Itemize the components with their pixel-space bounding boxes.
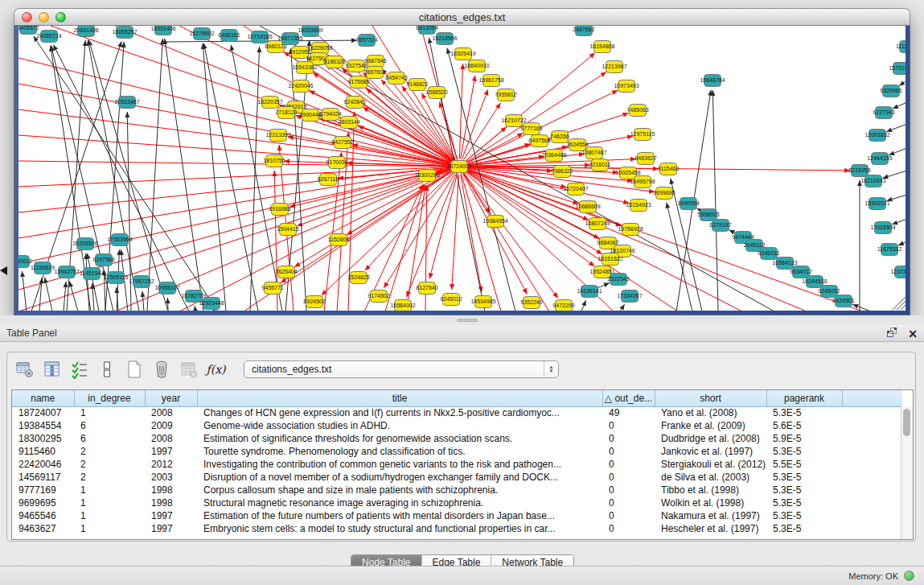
graph-node[interactable]: 7485063 bbox=[626, 105, 648, 117]
graph-edge[interactable] bbox=[18, 109, 459, 167]
graph-edge[interactable] bbox=[882, 171, 906, 178]
graph-node[interactable]: 16961758 bbox=[478, 75, 503, 87]
graph-node[interactable]: 20206526 bbox=[72, 238, 97, 250]
graph-node[interactable]: 16648784 bbox=[700, 75, 725, 87]
graph-node[interactable]: 16055257 bbox=[112, 27, 137, 39]
graph-node[interactable]: 9227343 bbox=[873, 107, 894, 119]
graph-edge[interactable] bbox=[459, 64, 462, 159]
graph-edge[interactable] bbox=[18, 167, 459, 187]
graph-node[interactable]: 6466161 bbox=[218, 30, 240, 42]
graph-node[interactable]: 9699695 bbox=[653, 187, 675, 200]
graph-node[interactable]: 8186328 bbox=[323, 56, 345, 68]
graph-node[interactable]: 9174502 bbox=[368, 290, 389, 303]
graph-node[interactable]: 9245031 bbox=[758, 248, 779, 260]
graph-node[interactable]: 18640910 bbox=[464, 60, 489, 72]
table-scrollbar-thumb[interactable] bbox=[903, 409, 910, 436]
graph-edge[interactable] bbox=[372, 26, 459, 167]
graph-node[interactable]: 8127540 bbox=[416, 282, 437, 295]
graph-node[interactable]: 8924502 bbox=[303, 296, 325, 308]
graph-node[interactable]: 1152608 bbox=[328, 234, 350, 246]
table-scrollbar[interactable] bbox=[901, 406, 913, 539]
graph-edge[interactable] bbox=[18, 84, 459, 167]
resize-grip[interactable] bbox=[897, 301, 906, 310]
splitter-handle[interactable] bbox=[457, 319, 478, 322]
graph-edge[interactable] bbox=[18, 167, 459, 238]
row-height-icon[interactable] bbox=[96, 358, 117, 380]
panel-splitter[interactable] bbox=[0, 315, 924, 325]
create-column-icon[interactable] bbox=[123, 358, 145, 380]
column-header-short[interactable]: short bbox=[655, 390, 766, 406]
graph-node[interactable]: 16154808 bbox=[589, 41, 614, 53]
graph-node[interactable]: 8427552 bbox=[331, 137, 353, 149]
graph-node[interactable]: 9170034 bbox=[326, 157, 347, 169]
graph-node[interactable]: 14534985 bbox=[470, 296, 495, 308]
graph-node[interactable]: 9242843 bbox=[343, 97, 365, 109]
graph-node[interactable]: 19384554 bbox=[483, 216, 507, 228]
graph-node[interactable]: 1810755 bbox=[263, 155, 285, 167]
graph-node[interactable]: 16584002 bbox=[390, 300, 415, 311]
graph-edge[interactable] bbox=[447, 48, 515, 311]
graph-node[interactable]: 9115460 bbox=[658, 163, 680, 175]
table-row[interactable]: 946362711997Embryonic stem cells: a mode… bbox=[12, 522, 902, 535]
table-row[interactable]: 911546021997Tourette syndrome. Phenomeno… bbox=[12, 445, 902, 458]
graph-node[interactable]: 1916688 bbox=[269, 204, 290, 216]
graph-node[interactable]: 2803144 bbox=[338, 117, 359, 129]
graph-edge[interactable] bbox=[892, 219, 906, 225]
graph-edge[interactable] bbox=[45, 278, 52, 311]
graph-edge[interactable] bbox=[889, 148, 906, 155]
graph-node[interactable]: 2887682 bbox=[573, 26, 594, 36]
graph-node[interactable]: 11156829 bbox=[31, 262, 55, 274]
graph-node[interactable]: 24055724 bbox=[36, 31, 61, 43]
graph-node[interactable]: 9455771 bbox=[261, 282, 283, 295]
column-header-name[interactable]: name bbox=[12, 390, 74, 406]
graph-node[interactable]: 2522543 bbox=[607, 274, 629, 286]
graph-node[interactable]: 2867608 bbox=[363, 67, 385, 79]
graph-node[interactable]: 12213967 bbox=[602, 61, 626, 73]
graph-node[interactable]: 20533467 bbox=[114, 97, 139, 109]
graph-edge[interactable] bbox=[581, 300, 586, 311]
graph-node[interactable]: 12975115 bbox=[630, 129, 655, 141]
column-header-year[interactable]: year bbox=[145, 390, 197, 406]
graph-node[interactable]: 9472299 bbox=[552, 300, 574, 311]
table-row[interactable]: 969969511998Structural magnetic resonanc… bbox=[12, 496, 902, 509]
graph-node[interactable]: 1640954 bbox=[677, 198, 699, 210]
table-selector-dropdown[interactable]: citations_edges.txt ▲▼ bbox=[244, 360, 559, 378]
graph-edge[interactable] bbox=[22, 271, 27, 311]
graph-node[interactable]: 1588520 bbox=[425, 87, 447, 99]
graph-edge[interactable] bbox=[667, 203, 692, 311]
graph-edge[interactable] bbox=[899, 80, 906, 85]
graph-node[interactable]: 7986322 bbox=[551, 166, 573, 178]
graph-node[interactable]: 17334267 bbox=[617, 290, 642, 303]
graph-edge[interactable] bbox=[147, 39, 162, 311]
table-row[interactable]: 1938455462009Genome-wide association stu… bbox=[12, 419, 902, 432]
graph-node[interactable]: 9463627 bbox=[634, 153, 656, 165]
graph-edge[interactable] bbox=[142, 291, 144, 311]
select-columns-icon[interactable] bbox=[68, 358, 90, 380]
function-builder-icon[interactable]: ƒ(x) bbox=[205, 358, 227, 380]
network-canvas[interactable]: 1872400786601238912955182260581627504816… bbox=[18, 26, 906, 311]
graph-node[interactable]: 7857224 bbox=[355, 35, 377, 47]
graph-node[interactable]: 10958107 bbox=[154, 282, 179, 295]
graph-node[interactable]: 15278602 bbox=[189, 28, 214, 40]
graph-edge[interactable] bbox=[886, 124, 906, 132]
graph-edge[interactable] bbox=[366, 89, 453, 162]
graph-edge[interactable] bbox=[69, 282, 78, 311]
graph-node[interactable]: 9245012 bbox=[440, 294, 462, 306]
graph-node[interactable]: 9297588 bbox=[92, 254, 114, 266]
column-header-title[interactable]: title bbox=[197, 390, 602, 406]
graph-node[interactable]: 8267110 bbox=[318, 174, 339, 186]
table-row[interactable]: 1456911722003Disruption of a novel membe… bbox=[12, 471, 902, 484]
graph-node[interactable]: 7955812 bbox=[495, 89, 516, 101]
graph-node[interactable]: 19218596 bbox=[432, 33, 457, 45]
graph-node[interactable]: 15751074 bbox=[889, 63, 906, 75]
graph-node[interactable]: 15992071 bbox=[864, 198, 889, 210]
column-header-in_degree[interactable]: in_degree bbox=[74, 390, 145, 406]
graph-edge[interactable] bbox=[466, 134, 523, 163]
graph-node[interactable]: 17016504 bbox=[870, 222, 895, 234]
table-row[interactable]: 946554611997Estimation of the future num… bbox=[12, 509, 902, 522]
graph-node[interactable]: 6379197 bbox=[709, 220, 731, 232]
graph-node[interactable]: 13942757 bbox=[54, 266, 79, 278]
graph-node[interactable]: 12093832 bbox=[864, 130, 889, 142]
memory-status-icon[interactable] bbox=[904, 571, 914, 581]
graph-node[interactable]: 17353964 bbox=[107, 234, 132, 246]
